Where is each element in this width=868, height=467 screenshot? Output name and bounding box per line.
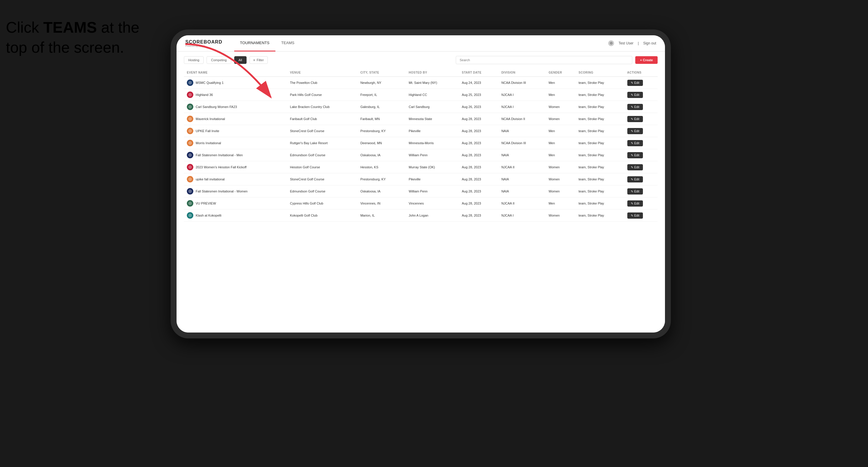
svg-point-10 <box>188 189 192 193</box>
cell-actions: ✎ Edit <box>624 89 658 101</box>
cell-start-date: Aug 28, 2023 <box>459 137 498 149</box>
event-name-text: Highland 36 <box>196 93 213 96</box>
cell-city-state: Oskaloosa, IA <box>358 149 406 161</box>
search-input[interactable] <box>456 56 632 64</box>
filter-hosting-btn[interactable]: Hosting <box>184 56 204 64</box>
filter-competing-btn[interactable]: Competing <box>207 56 231 64</box>
cell-venue: Ruttger's Bay Lake Resort <box>287 137 358 149</box>
nav-links: TOURNAMENTS TEAMS <box>234 35 609 52</box>
cell-hosted-by: Carl Sandburg <box>406 101 459 113</box>
edit-button[interactable]: ✎ Edit <box>627 200 643 207</box>
cell-gender: Women <box>546 185 576 197</box>
cell-gender: Men <box>546 125 576 137</box>
svg-point-3 <box>188 105 192 108</box>
cell-gender: Men <box>546 137 576 149</box>
edit-button[interactable]: ✎ Edit <box>627 104 643 110</box>
edit-button[interactable]: ✎ Edit <box>627 164 643 170</box>
tournaments-table: EVENT NAME VENUE CITY, STATE HOSTED BY S… <box>184 68 658 222</box>
cell-event-name: Maverick Invitational <box>184 113 287 125</box>
edit-button[interactable]: ✎ Edit <box>627 176 643 182</box>
edit-button[interactable]: ✎ Edit <box>627 116 643 122</box>
cell-gender: Women <box>546 161 576 173</box>
cell-venue: StoneCrest Golf Course <box>287 173 358 185</box>
edit-button[interactable]: ✎ Edit <box>627 152 643 158</box>
cell-venue: Hesston Golf Course <box>287 161 358 173</box>
cell-venue: Edmundson Golf Course <box>287 185 358 197</box>
table-header: EVENT NAME VENUE CITY, STATE HOSTED BY S… <box>184 68 658 77</box>
cell-venue: Faribault Golf Club <box>287 113 358 125</box>
cell-hosted-by: Mt. Saint Mary (NY) <box>406 77 459 89</box>
cell-scoring: team, Stroke Play <box>576 197 624 210</box>
cell-gender: Men <box>546 89 576 101</box>
col-hosted-by: HOSTED BY <box>406 68 459 77</box>
cell-division: NJCAA II <box>498 161 546 173</box>
cell-event-name: Fall Statesmen Invitational - Men <box>184 149 287 161</box>
cell-division: NCAA Division II <box>498 113 546 125</box>
cell-hosted-by: Pikeville <box>406 173 459 185</box>
team-logo <box>187 200 193 207</box>
cell-scoring: team, Stroke Play <box>576 113 624 125</box>
cell-event-name: Carl Sandburg Women FA23 <box>184 101 287 113</box>
cell-event-name: MSMC Qualifying 1 <box>184 77 287 89</box>
cell-city-state: Faribault, MN <box>358 113 406 125</box>
col-scoring: SCORING <box>576 68 624 77</box>
edit-label: Edit <box>634 166 640 169</box>
edit-label: Edit <box>634 117 640 121</box>
nav-teams[interactable]: TEAMS <box>275 35 301 52</box>
edit-icon: ✎ <box>631 142 633 145</box>
table-row: MSMC Qualifying 1 The Powelton Club Newb… <box>184 77 658 89</box>
team-logo <box>187 188 193 194</box>
table-row: Fall Statesmen Invitational - Women Edmu… <box>184 185 658 197</box>
svg-point-7 <box>188 153 192 157</box>
svg-point-6 <box>188 141 192 145</box>
cell-start-date: Aug 24, 2023 <box>459 77 498 89</box>
cell-event-name: 2023 Women's Hesston Fall Kickoff <box>184 161 287 173</box>
edit-button[interactable]: ✎ Edit <box>627 92 643 98</box>
cell-division: NAIA <box>498 185 546 197</box>
edit-icon: ✎ <box>631 105 633 108</box>
create-btn[interactable]: + Create <box>635 56 658 64</box>
filter-icon-btn[interactable]: ≡ Filter <box>249 56 268 64</box>
edit-icon: ✎ <box>631 81 633 85</box>
filter-all-btn[interactable]: All <box>234 56 247 64</box>
edit-button[interactable]: ✎ Edit <box>627 128 643 134</box>
cell-actions: ✎ Edit <box>624 173 658 185</box>
cell-scoring: team, Stroke Play <box>576 161 624 173</box>
event-name-text: UPKE Fall Invite <box>196 129 219 133</box>
cell-actions: ✎ Edit <box>624 137 658 149</box>
cell-scoring: team, Stroke Play <box>576 137 624 149</box>
table-row: 2023 Women's Hesston Fall Kickoff Hessto… <box>184 161 658 173</box>
edit-label: Edit <box>634 214 640 217</box>
cell-gender: Men <box>546 77 576 89</box>
cell-scoring: team, Stroke Play <box>576 89 624 101</box>
settings-icon[interactable]: ⚙ <box>608 40 614 46</box>
cell-event-name: Klash at Kokopelli <box>184 210 287 222</box>
cell-city-state: Newburgh, NY <box>358 77 406 89</box>
cell-division: NAIA <box>498 149 546 161</box>
table-row: Klash at Kokopelli Kokopelli Golf Club M… <box>184 210 658 222</box>
cell-city-state: Hesston, KS <box>358 161 406 173</box>
team-logo <box>187 140 193 146</box>
team-logo <box>187 164 193 170</box>
edit-button[interactable]: ✎ Edit <box>627 80 643 86</box>
cell-start-date: Aug 25, 2023 <box>459 89 498 101</box>
logo-subtitle: Powered by clippit <box>185 45 222 48</box>
edit-icon: ✎ <box>631 166 633 169</box>
instruction-text: Click TEAMS at thetop of the screen. <box>6 18 140 57</box>
col-venue: VENUE <box>287 68 358 77</box>
cell-hosted-by: Vincennes <box>406 197 459 210</box>
edit-icon: ✎ <box>631 154 633 157</box>
sign-out-link[interactable]: Sign out <box>643 41 656 45</box>
cell-gender: Men <box>546 149 576 161</box>
cell-event-name: Fall Statesmen Invitational - Women <box>184 185 287 197</box>
edit-button[interactable]: ✎ Edit <box>627 188 643 194</box>
col-actions: ACTIONS <box>624 68 658 77</box>
edit-label: Edit <box>634 129 640 133</box>
team-logo <box>187 103 193 110</box>
edit-button[interactable]: ✎ Edit <box>627 213 643 219</box>
cell-city-state: Freeport, IL <box>358 89 406 101</box>
cell-venue: Park Hills Golf Course <box>287 89 358 101</box>
nav-tournaments[interactable]: TOURNAMENTS <box>234 35 275 52</box>
edit-button[interactable]: ✎ Edit <box>627 140 643 146</box>
event-name-text: upike fall invitational <box>196 178 224 181</box>
